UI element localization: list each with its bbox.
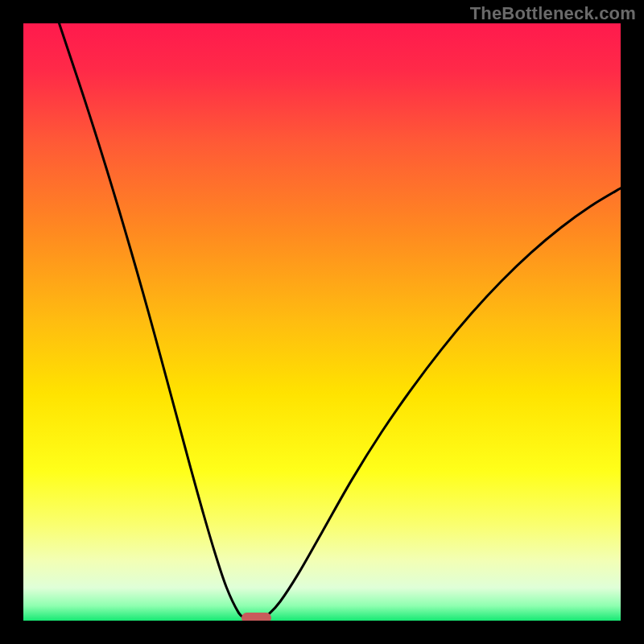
bottleneck-curve [23,23,621,621]
plot-area [23,23,621,621]
curve-left-branch [60,23,257,621]
chart-frame: TheBottleneck.com [0,0,644,644]
watermark-label: TheBottleneck.com [470,3,636,24]
optimal-marker [242,613,271,621]
curve-right-branch [256,188,621,621]
